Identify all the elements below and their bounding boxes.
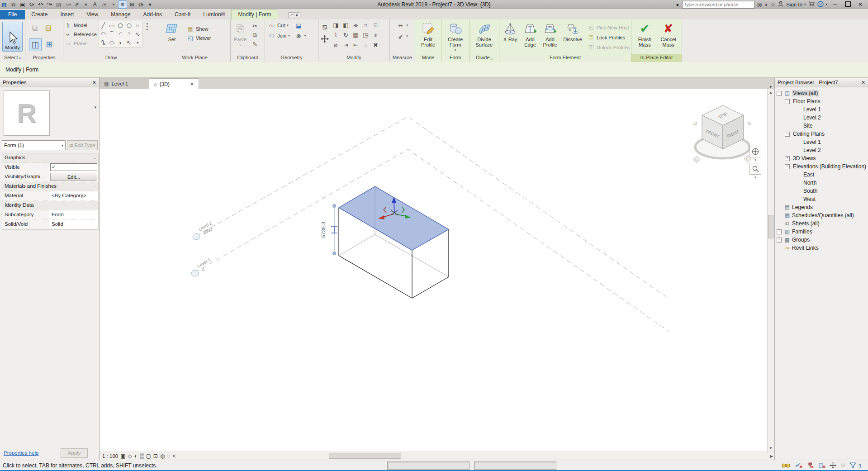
expand-collapse-icon[interactable]: − (777, 91, 782, 96)
view-scale[interactable]: 1 : 100 (102, 453, 118, 459)
dimension-grip[interactable] (333, 252, 336, 255)
close-view-icon[interactable]: ✕ (190, 81, 194, 86)
visual-style-icon[interactable]: ◇ (128, 453, 132, 459)
property-value[interactable]: Edit... (49, 172, 98, 181)
drag-elements-icon[interactable] (830, 462, 836, 469)
draw-shape-icon[interactable]: ⌒ (108, 30, 116, 38)
exclude-options-icon[interactable] (795, 462, 803, 468)
panel-label-divide[interactable]: Divide ⌟ (470, 54, 499, 62)
draw-shape-icon[interactable]: ◠ (99, 30, 108, 38)
property-row[interactable]: Identity Data (2, 201, 98, 210)
draw-shape-icon[interactable]: ⬠ (116, 21, 125, 30)
panel-label-select[interactable]: Select ▾ (0, 54, 25, 62)
dimension-handle[interactable] (331, 227, 337, 233)
expand-collapse-icon[interactable]: + (785, 156, 790, 161)
ribbon-tab[interactable]: Cost-It (168, 10, 197, 19)
view-tab[interactable]: ▦ Level 1 ✕ (100, 78, 149, 89)
tree-item[interactable]: + 3D Views (775, 154, 868, 162)
modify-tool-icon[interactable]: ▦ (351, 31, 360, 39)
search-input[interactable] (682, 1, 754, 9)
match-type-properties-icon[interactable]: ✎ (251, 40, 259, 48)
close-properties-icon[interactable]: ✕ (92, 80, 96, 86)
close-project-browser-icon[interactable]: ✕ (861, 80, 865, 86)
modify-tool-icon[interactable]: ≡ (361, 41, 370, 49)
modify-tool-icon[interactable]: ⇤ (351, 41, 360, 49)
communication-center-icon[interactable]: ◗ (764, 1, 768, 8)
edit-type-button[interactable]: ⧉Edit Type (67, 140, 98, 150)
modify-tool-icon[interactable]: ✖ (371, 41, 380, 49)
model-view[interactable]: Level 2 4000 Level 1 0 (100, 89, 774, 452)
add-profile-button[interactable]: Add Profile (540, 21, 560, 48)
draw-shape-icon[interactable]: ◜ (116, 30, 125, 38)
tree-item[interactable]: ▦ Schedules/Quantities (all) (775, 211, 868, 219)
tree-item[interactable]: South (775, 187, 868, 195)
dimension-value[interactable]: 5739.3 (321, 222, 326, 238)
family-types-icon[interactable]: ⊟ (43, 22, 54, 34)
horizontal-scrollbar[interactable] (180, 453, 768, 459)
ribbon-tab[interactable]: Create (25, 10, 54, 19)
print-icon[interactable]: ▤ (55, 1, 63, 8)
worksets-selector[interactable] (387, 461, 470, 470)
dimension-tool-button[interactable]: ⇙▾ (397, 32, 408, 41)
view-tab-overflow-icon[interactable]: ▾ (767, 85, 774, 89)
steering-wheel-icon[interactable] (749, 146, 761, 157)
unlock-profiles-button[interactable]: ⚿Unlock Profiles (587, 43, 630, 52)
tree-item[interactable]: − ◫ Views (all) (775, 89, 868, 97)
tree-item[interactable]: − Elevations (Building Elevation) (775, 162, 868, 171)
tree-item[interactable]: Site (775, 122, 868, 130)
default-3d-view-icon[interactable]: ⌂▾ (100, 1, 108, 8)
horizontal-scroll-thumb[interactable] (329, 453, 401, 459)
show-work-plane-button[interactable]: ▦Show (186, 24, 211, 33)
tree-item[interactable]: Level 1 (775, 105, 868, 114)
scroll-down-icon[interactable]: ▼ (768, 445, 774, 452)
modify-tool-button[interactable]: Modify (2, 22, 23, 52)
finish-mass-button[interactable]: ✔ Finish Mass (635, 21, 655, 48)
ribbon-display-toggle[interactable]: ▭ ▾ (288, 12, 300, 18)
draw-shape-icon[interactable]: ◝ (125, 30, 133, 38)
expand-collapse-icon[interactable]: − (785, 132, 790, 137)
draw-shape-icon[interactable]: ◗ (116, 38, 125, 47)
restore-button[interactable] (843, 1, 853, 8)
section-icon[interactable]: ◔ (109, 1, 117, 8)
detail-level-icon[interactable]: ▣ (120, 453, 125, 459)
modify-tool-icon[interactable]: ⌇ (332, 31, 340, 39)
draw-shape-icon[interactable]: ⬡ (125, 21, 133, 30)
draw-grid-scroll[interactable]: ▲▼⏷ (144, 21, 150, 33)
collapse-view-bar-icon[interactable]: < (173, 453, 176, 459)
zoom-caret-icon[interactable]: ▾ (754, 176, 756, 179)
crop-view-icon[interactable]: ▢ (146, 453, 151, 459)
tree-item[interactable]: + ▧ Families (775, 228, 868, 236)
property-row[interactable]: Material <By Category> (2, 191, 98, 201)
properties-help-link[interactable]: Properties help (4, 450, 38, 456)
reveal-hidden-elements-icon[interactable]: ◌ (167, 453, 170, 459)
cut-to-clipboard-icon[interactable]: ✂ (251, 22, 259, 30)
navbar-caret-icon[interactable]: ▾ (754, 158, 756, 162)
scroll-up-icon[interactable]: ▲ (768, 89, 774, 96)
revit-logo[interactable]: R (2, 1, 7, 9)
property-row[interactable]: Graphics (2, 153, 98, 163)
modify-tool-icon[interactable]: ⌗ (361, 21, 370, 29)
tree-item[interactable]: − Ceiling Plans (775, 130, 868, 138)
view-tab[interactable]: ⌂ {3D} ✕ (149, 78, 199, 89)
preview-dropdown-icon[interactable]: ▾ (94, 105, 96, 109)
search-icon[interactable]: ◎ (757, 1, 762, 8)
align-icon[interactable]: ⧅ (319, 22, 330, 33)
draw-shape-icon[interactable]: ╱ (99, 21, 108, 30)
draw-shape-icon[interactable]: ↖ (125, 38, 133, 47)
cut-geometry-button[interactable]: ○▫Cut ▾ ⬓ (268, 21, 303, 30)
minimize-button[interactable]: ─ (830, 1, 840, 8)
ribbon-tab[interactable]: Lumion® (197, 10, 231, 19)
mass-top-face-selected[interactable] (339, 186, 449, 250)
draw-plane-button[interactable]: ▱Plane (64, 39, 97, 48)
tree-item[interactable]: Level 1 (775, 138, 868, 146)
viewer-button[interactable]: ◱Viewer (186, 33, 211, 43)
sign-in-caret-icon[interactable]: ▾ (804, 3, 806, 6)
measure-tool-button[interactable]: ⇿▾ (397, 21, 408, 30)
viewcube-rotate-ccw-icon[interactable]: ↺ (693, 120, 697, 127)
expand-collapse-icon[interactable]: + (777, 229, 782, 234)
property-row[interactable]: Visibility/Graphi... Edit... (2, 172, 98, 182)
cancel-mass-button[interactable]: ✘ Cancel Mass (658, 21, 679, 48)
vertical-scroll-thumb[interactable] (768, 215, 773, 238)
temporary-hide-isolate-icon[interactable]: ◍ (160, 453, 165, 459)
ribbon-tab[interactable]: Insert (54, 10, 80, 19)
